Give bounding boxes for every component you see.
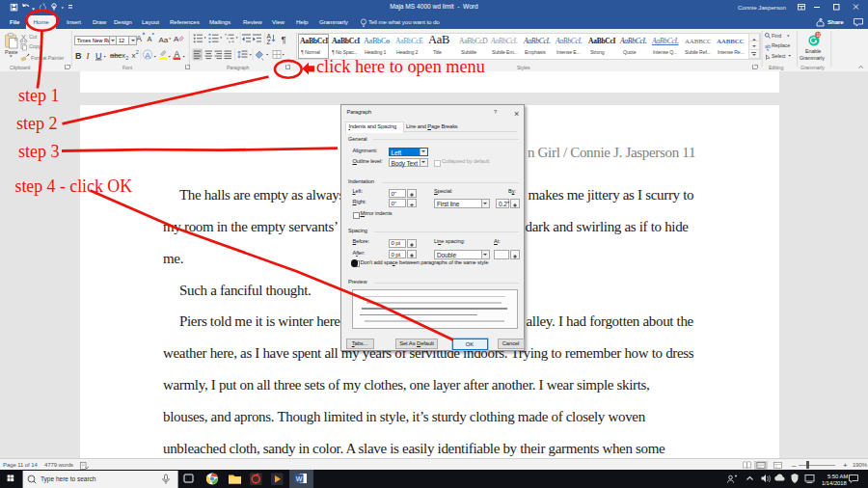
svg-text:1/14/2018: 1/14/2018 (822, 480, 847, 486)
svg-text:2: 2 (136, 49, 139, 55)
svg-text:A: A (174, 35, 179, 43)
svg-text:I: I (86, 51, 91, 61)
svg-text:B: B (75, 51, 82, 61)
svg-text:U: U (95, 51, 102, 61)
svg-text:Aa: Aa (159, 36, 169, 44)
svg-text:5:50 AM: 5:50 AM (827, 474, 848, 479)
svg-text:2: 2 (125, 55, 128, 61)
svg-text:Type here to search: Type here to search (41, 475, 96, 483)
svg-text:W: W (296, 475, 303, 482)
svg-text:¶: ¶ (282, 34, 286, 44)
svg-text:10: 10 (816, 33, 822, 38)
svg-text:ab: ab (765, 43, 771, 49)
svg-text:Z: Z (267, 39, 271, 45)
svg-text:A: A (148, 35, 152, 43)
svg-text:abc: abc (110, 51, 122, 60)
